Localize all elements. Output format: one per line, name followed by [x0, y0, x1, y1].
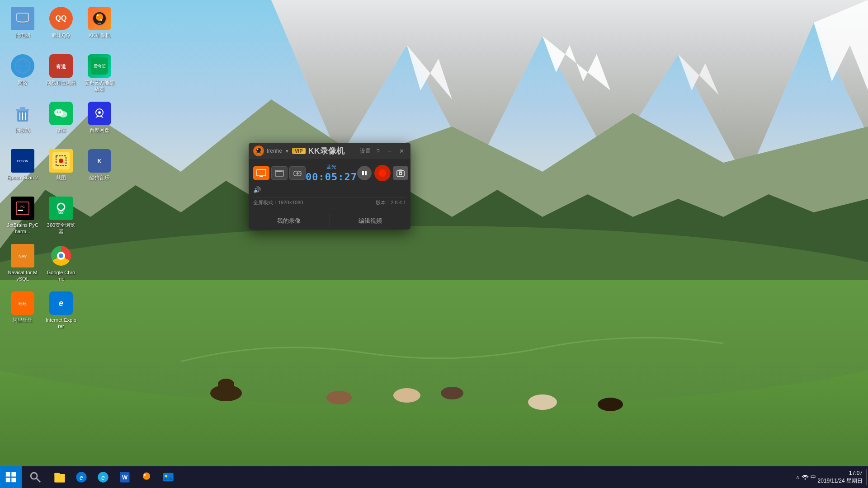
kk-stop-button[interactable] [374, 165, 391, 181]
svg-point-51 [98, 111, 101, 114]
desktop-icon-360[interactable]: 360 360安全浏览器 [43, 194, 79, 239]
desktop-icon-navicat[interactable]: NAV Navicat for MySQL [5, 242, 41, 287]
kk-stop-inner [379, 169, 386, 177]
svg-point-71 [256, 148, 261, 152]
desktop-icon-network[interactable]: 网络 [5, 52, 41, 97]
desktop-icon-kugou[interactable]: K 酷狗音乐 [81, 147, 118, 192]
desktop-icon-epson[interactable]: EPSON Epson Scan 2 [5, 147, 41, 192]
taskbar-search-button[interactable] [22, 466, 49, 488]
kk-close-button[interactable]: ✕ [397, 146, 406, 155]
tray-lang[interactable]: 中 [811, 474, 816, 481]
svg-rect-40 [20, 107, 25, 109]
svg-rect-59 [16, 202, 29, 215]
taskbar-clock[interactable]: 17:07 2019/11/24 星期日 [818, 469, 863, 485]
svg-point-10 [0, 226, 868, 407]
desktop-icon-ie[interactable]: e Internet Explorer [43, 289, 79, 334]
svg-point-91 [31, 473, 37, 479]
kk-tab-edit-video[interactable]: 编辑视频 [330, 213, 411, 230]
svg-point-15 [393, 388, 420, 403]
kk-tab-my-recordings[interactable]: 我的录像 [249, 213, 330, 230]
desktop-icon-snipping[interactable]: 截图 [43, 147, 79, 192]
desktop-icon-this-pc[interactable]: 此电脑 [5, 5, 41, 50]
svg-rect-76 [276, 171, 283, 172]
desktop-icon-google-chrome[interactable]: Google Chrome [43, 242, 79, 287]
kk-logo [253, 145, 264, 156]
kk-volume-icon[interactable]: 🔊 [253, 186, 261, 193]
svg-point-17 [528, 394, 557, 410]
svg-point-105 [804, 479, 806, 480]
taskbar-edge[interactable]: e [71, 466, 92, 488]
taskbar-date: 2019/11/24 星期日 [818, 477, 863, 485]
svg-point-86 [399, 172, 402, 175]
svg-point-13 [218, 379, 234, 389]
svg-rect-83 [365, 171, 367, 175]
taskbar: e e W [0, 466, 868, 488]
svg-text:NAV: NAV [19, 254, 27, 258]
kk-minimize-button[interactable]: − [385, 146, 394, 155]
svg-point-101 [143, 473, 150, 480]
svg-point-33 [15, 59, 30, 73]
desktop-icon-recycle-bin[interactable]: 回收站 [5, 99, 41, 145]
svg-point-28 [100, 19, 102, 21]
desktop-icon-tencent-qq[interactable]: QQ 腾讯QQ [43, 5, 79, 50]
svg-point-27 [97, 14, 99, 16]
taskbar-file-explorer[interactable] [49, 466, 71, 488]
svg-text:W: W [122, 474, 128, 481]
svg-rect-73 [257, 169, 266, 176]
svg-rect-22 [19, 23, 27, 24]
svg-rect-89 [6, 478, 10, 482]
kk-vip-badge: VIP [292, 148, 306, 154]
kk-recorder-window: trenhe ▼ VIP KK录像机 设置 ? − ✕ [249, 143, 410, 230]
kk-mode-game[interactable] [289, 166, 306, 180]
svg-rect-87 [6, 472, 10, 477]
svg-rect-90 [11, 478, 16, 482]
kk-settings-button[interactable]: 设置 [360, 147, 371, 155]
desktop-icon-baidunetdisk[interactable]: 百度网盘 [81, 99, 118, 145]
desktop-icon-kk-recorder[interactable]: KK KK录像机 [81, 5, 118, 50]
svg-line-92 [37, 479, 40, 482]
kk-screenshot-button[interactable] [393, 166, 408, 180]
kk-body: 蓝光 00:05:27 [249, 159, 410, 213]
desktop-icon-grid: 此电脑 QQ 腾讯QQ KK KK录像 [5, 5, 118, 334]
svg-point-81 [300, 174, 301, 174]
svg-point-104 [165, 475, 167, 478]
taskbar-photos[interactable] [157, 466, 179, 488]
kk-help-button[interactable]: ? [373, 146, 382, 155]
kk-mode-buttons [253, 166, 306, 180]
desktop-icon-iqiyi[interactable]: 爱奇艺 爱奇艺万能播放器 [81, 52, 118, 97]
kk-pause-button[interactable] [357, 166, 372, 180]
taskbar-start-button[interactable] [0, 466, 22, 488]
svg-point-55 [59, 159, 63, 163]
svg-text:旺旺: 旺旺 [19, 301, 27, 306]
kk-action-buttons [357, 165, 408, 181]
svg-rect-94 [54, 473, 60, 475]
taskbar-time: 17:07 [818, 469, 863, 477]
taskbar-word[interactable]: W [114, 466, 136, 488]
desktop-icon-alibaba[interactable]: 旺旺 阿里旺旺 [5, 289, 41, 334]
taskbar-kk[interactable] [136, 466, 157, 488]
tray-network-icon[interactable] [802, 473, 809, 481]
svg-text:e: e [59, 299, 63, 308]
svg-rect-61 [18, 210, 23, 211]
show-desktop-button[interactable] [866, 469, 868, 485]
desktop-icon-wechat[interactable]: 微信 [43, 99, 79, 145]
svg-rect-75 [275, 170, 283, 176]
svg-rect-74 [259, 176, 263, 177]
svg-point-47 [57, 112, 58, 113]
kk-mode-window[interactable] [271, 166, 288, 180]
svg-point-18 [598, 398, 623, 411]
svg-rect-82 [362, 171, 364, 175]
svg-rect-19 [17, 13, 28, 21]
svg-point-48 [60, 112, 61, 113]
tray-expand[interactable]: ∧ [796, 474, 800, 480]
kk-tabs: 我的录像 编辑视频 [249, 213, 410, 230]
svg-text:KK: KK [98, 22, 101, 25]
desktop-icon-jetbrains[interactable]: PC JetBrains PyCharm... [5, 194, 41, 239]
kk-dropdown-arrow[interactable]: ▼ [285, 149, 289, 154]
taskbar-ie[interactable]: e [92, 466, 114, 488]
svg-point-14 [326, 391, 352, 404]
svg-text:QQ: QQ [56, 14, 67, 22]
kk-mode-screen[interactable] [253, 166, 269, 180]
kk-timer-label: 蓝光 [326, 164, 336, 170]
desktop-icon-youdao[interactable]: 有道 网易有道词典 [43, 52, 79, 97]
